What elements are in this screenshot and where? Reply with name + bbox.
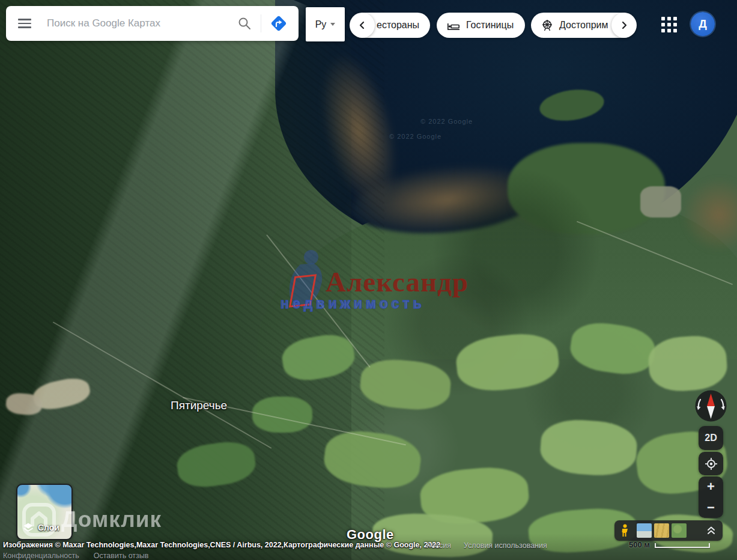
- agency-watermark-title: Александр: [326, 266, 469, 298]
- search-input[interactable]: [47, 17, 234, 29]
- imagery-copyright: © 2022 Google: [389, 133, 441, 140]
- imagery-copyright: © 2022 Google: [420, 118, 473, 125]
- directions-button[interactable]: [267, 12, 290, 35]
- search-button[interactable]: [234, 13, 255, 34]
- place-label-pyatirechye[interactable]: Пятиречье: [171, 399, 227, 412]
- map-scale: 500 м: [629, 540, 710, 549]
- terms-link[interactable]: Условия использования: [464, 541, 547, 550]
- my-location-button[interactable]: [699, 452, 723, 475]
- agency-watermark-subtitle: недвижимость: [281, 296, 425, 312]
- collapse-bar-button[interactable]: [706, 526, 717, 535]
- avatar-letter: Д: [699, 17, 707, 31]
- zoom-control: + −: [699, 476, 723, 518]
- menu-hamburger-icon[interactable]: [18, 19, 31, 28]
- dropdown-caret-icon: [330, 23, 335, 26]
- compass-control[interactable]: [694, 389, 727, 422]
- imagery-thumbnail[interactable]: [672, 523, 687, 538]
- hotel-bed-icon: [446, 19, 461, 31]
- pegman-icon[interactable]: [620, 524, 629, 537]
- terrain-thumbnail[interactable]: [654, 523, 669, 538]
- domclick-watermark: Домклик: [22, 502, 162, 537]
- search-icon: [237, 16, 252, 31]
- chip-hotels[interactable]: Гостиницы: [437, 13, 525, 38]
- domclick-watermark-text: Домклик: [61, 507, 162, 532]
- chips-scroll-right-button[interactable]: [611, 13, 637, 38]
- agency-watermark: Александр недвижимость: [278, 245, 470, 314]
- language-dropdown[interactable]: Ру: [306, 7, 345, 41]
- back-chevron-icon: [357, 20, 367, 30]
- account-avatar[interactable]: Д: [691, 12, 715, 36]
- map-attribution: Изображения © Maxar Technologies,Maxar T…: [3, 541, 440, 549]
- streetview-imagery-bar: [614, 520, 723, 541]
- region-link[interactable]: Россия: [426, 541, 451, 550]
- directions-icon: [268, 13, 289, 34]
- toolbar-divider: [261, 14, 261, 32]
- domclick-house-icon: [22, 502, 56, 537]
- chip-restaurants-label: естораны: [377, 20, 419, 31]
- chip-attractions-label: Достоприм: [559, 20, 608, 31]
- streetview-thumbnail[interactable]: [637, 523, 652, 538]
- scale-label: 500 м: [629, 540, 650, 549]
- toggle-2d-label: 2D: [705, 433, 717, 443]
- feedback-link[interactable]: Оставить отзыв: [94, 552, 149, 560]
- forward-chevron-icon: [619, 20, 629, 30]
- privacy-row: Конфиденциальность Оставить отзыв: [3, 552, 148, 560]
- zoom-in-button[interactable]: +: [699, 476, 723, 498]
- privacy-link[interactable]: Конфиденциальность: [3, 552, 79, 560]
- chip-hotels-label: Гостиницы: [466, 20, 514, 31]
- search-card: [6, 6, 299, 41]
- attractions-ferris-wheel-icon: [541, 19, 554, 32]
- toggle-2d-button[interactable]: 2D: [699, 426, 723, 450]
- scale-bar: [655, 543, 710, 548]
- zoom-out-button[interactable]: −: [699, 498, 723, 519]
- my-location-icon: [705, 457, 718, 470]
- chips-scroll-left-button[interactable]: [350, 13, 375, 38]
- google-apps-grid-icon[interactable]: [661, 17, 677, 32]
- collapse-chevrons-icon: [706, 526, 717, 535]
- language-label: Ру: [315, 19, 327, 30]
